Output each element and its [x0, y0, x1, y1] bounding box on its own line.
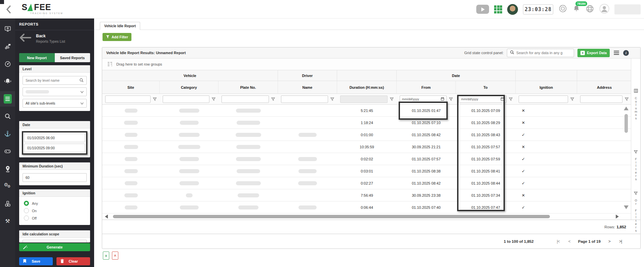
horizontal-scrollbar[interactable]	[102, 214, 632, 220]
search-icon[interactable]	[0, 109, 15, 124]
pdf-export-icon[interactable]: A	[112, 252, 118, 260]
bell-icon[interactable]	[0, 74, 15, 89]
grid-search-input[interactable]	[516, 51, 571, 55]
excel-export-icon[interactable]: x	[103, 252, 109, 260]
table-row[interactable]: 0:06:44 01.10.2025 07:40 01.10.2025 07:4…	[102, 201, 632, 214]
prev-page-button[interactable]: <	[568, 239, 570, 244]
sublevels-dropdown[interactable]: All site's sub-levels	[23, 99, 87, 108]
video-play-icon[interactable]	[476, 5, 489, 14]
gamepad-icon[interactable]	[0, 144, 15, 159]
calendar-icon[interactable]	[441, 97, 444, 102]
back-to-report-types[interactable]: Back Reports Types List	[19, 33, 65, 43]
tab-columns[interactable]: Columns	[634, 88, 638, 120]
last-page-button[interactable]: >|	[619, 239, 622, 244]
generate-button[interactable]: Generate	[19, 243, 90, 251]
ignition-option-off[interactable]: Off	[24, 216, 85, 221]
table-row[interactable]: 1:18:24 01.10.2025 07:10 01.10.2025 08:2…	[102, 117, 632, 129]
name-filter-input[interactable]	[281, 96, 328, 103]
filter-funnel-icon[interactable]	[330, 96, 334, 102]
next-page-button[interactable]: >	[608, 239, 610, 244]
radio-selected-icon[interactable]	[24, 201, 29, 206]
table-row[interactable]: 0:01:00 01.10.2025 08:42 01.10.2025 08:4…	[102, 129, 632, 141]
avatar-photo[interactable]	[507, 4, 518, 15]
column-category[interactable]: Category	[160, 81, 218, 93]
level-select-dropdown[interactable]	[23, 87, 87, 96]
table-row[interactable]: 7:56:49 30.09.2025 23:38 01.10.2025 07:3…	[102, 189, 632, 201]
save-button[interactable]: Save	[19, 257, 53, 265]
back-chevron-icon[interactable]	[5, 4, 12, 14]
ignition-filter-input[interactable]	[519, 96, 568, 103]
apps-grid-icon[interactable]	[494, 5, 502, 13]
tab-vehicle-idle-report[interactable]: Vehicle Idle Report	[100, 22, 140, 30]
reports-clipboard-icon[interactable]	[0, 91, 15, 107]
filter-funnel-icon[interactable]	[625, 96, 629, 102]
location-pin-icon[interactable]	[0, 161, 15, 177]
vertical-scrollbar-thumb[interactable]	[625, 114, 628, 133]
column-site[interactable]: Site	[102, 81, 160, 93]
route-icon[interactable]	[0, 39, 15, 54]
gears-icon[interactable]: ⚙⚙	[0, 179, 15, 194]
hammer-icon[interactable]: ⚒	[0, 214, 15, 229]
address-filter-input[interactable]	[580, 96, 622, 103]
plate-filter-input[interactable]	[222, 96, 269, 103]
date-from-input[interactable]	[27, 136, 82, 140]
site-filter-input[interactable]	[105, 96, 151, 103]
cubes-icon[interactable]	[0, 196, 15, 212]
export-data-button[interactable]: x Export Data	[577, 49, 610, 57]
column-from[interactable]: From	[397, 81, 456, 93]
filter-funnel-icon[interactable]	[570, 96, 574, 102]
column-to[interactable]: To	[456, 81, 516, 93]
gauge-icon[interactable]	[0, 56, 15, 72]
tab-filters[interactable]: Filters	[634, 149, 638, 181]
radio-icon[interactable]	[24, 216, 29, 221]
filter-funnel-icon[interactable]	[212, 96, 215, 102]
monitor-icon[interactable]	[0, 21, 15, 37]
anchor-icon[interactable]: ⚓	[0, 126, 15, 142]
idle-scope-dropdown[interactable]	[23, 240, 87, 242]
column-ignition[interactable]: Ignition	[516, 81, 577, 93]
grid-search-field[interactable]	[507, 49, 574, 57]
scroll-down-arrow[interactable]	[624, 205, 629, 209]
ignition-option-on[interactable]: On	[24, 208, 85, 213]
date-to-field[interactable]	[24, 144, 85, 152]
min-duration-field[interactable]	[23, 173, 87, 182]
table-row[interactable]: 0:02:02 01.10.2025 07:57 01.10.2025 07:5…	[102, 153, 632, 165]
from-date-filter[interactable]: mm/dd/yyyy	[400, 96, 447, 103]
calendar-icon[interactable]	[500, 97, 504, 102]
globe-icon[interactable]	[586, 4, 594, 14]
scroll-up-arrow[interactable]	[624, 107, 629, 110]
scroll-left-arrow[interactable]	[105, 215, 108, 219]
column-name[interactable]: Name	[278, 81, 337, 93]
category-filter-input[interactable]	[163, 96, 209, 103]
filter-funnel-icon[interactable]	[390, 96, 394, 102]
filter-funnel-icon[interactable]	[509, 96, 513, 102]
level-search-field[interactable]	[23, 76, 87, 85]
first-page-button[interactable]: |<	[557, 239, 560, 244]
info-icon[interactable]: i	[623, 50, 629, 56]
support-icon[interactable]	[558, 4, 567, 14]
table-row[interactable]: 10:35:59 30.09.2025 21:21 01.10.2025 07:…	[102, 141, 632, 153]
level-search-input[interactable]	[26, 78, 79, 82]
column-duration[interactable]: Duration (H:mm:ss)	[337, 81, 397, 93]
filter-funnel-icon[interactable]	[153, 96, 157, 102]
add-filter-button[interactable]: Add Filter	[103, 33, 131, 41]
min-duration-input[interactable]	[26, 176, 84, 180]
table-row[interactable]: 0:03:01 01.10.2025 08:38 01.10.2025 08:4…	[102, 165, 632, 177]
table-row[interactable]: 5:21:45 01.10.2025 01:47 01.10.2025 07:0…	[102, 105, 632, 117]
tab-new-report[interactable]: New Report	[19, 53, 55, 62]
horizontal-scrollbar-thumb[interactable]	[113, 215, 550, 218]
filter-funnel-icon[interactable]	[449, 96, 453, 102]
user-avatar-icon[interactable]	[599, 4, 609, 15]
table-row[interactable]: 0:02:27 01.10.2025 08:42 01.10.2025 08:4…	[102, 177, 632, 189]
tab-saved-reports[interactable]: Saved Reports	[55, 53, 90, 62]
scroll-right-arrow[interactable]	[616, 215, 619, 219]
filter-funnel-icon[interactable]	[271, 96, 275, 102]
date-to-input[interactable]	[27, 146, 82, 150]
column-plate[interactable]: Plate No.	[218, 81, 278, 93]
row-groups-bar[interactable]: Drag here to set row groups	[102, 59, 632, 70]
radio-icon[interactable]	[24, 208, 29, 213]
column-address[interactable]: Address	[577, 81, 632, 93]
to-date-filter[interactable]: mm/dd/yyyy	[459, 96, 507, 103]
magnifier-icon[interactable]	[79, 78, 84, 83]
date-from-field[interactable]	[24, 134, 85, 142]
